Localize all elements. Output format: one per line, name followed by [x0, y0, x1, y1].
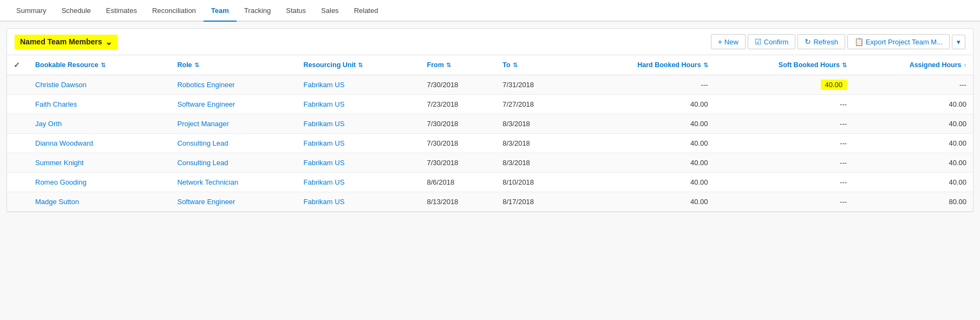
- resourcing-unit-link[interactable]: Fabrikam US: [304, 120, 345, 128]
- cell-to: 8/3/2018: [496, 114, 572, 134]
- col-from[interactable]: From ⇅: [421, 55, 496, 75]
- cell-assigned-hours: 80.00: [853, 192, 973, 212]
- main-panel: Named Team Members + New ☑ Confirm ↻ Ref…: [6, 28, 974, 212]
- resource-link[interactable]: Madge Sutton: [35, 198, 79, 206]
- nav-sales[interactable]: Sales: [313, 0, 347, 22]
- cell-soft-booked: ---: [715, 95, 853, 114]
- new-button[interactable]: + New: [711, 34, 746, 49]
- role-link[interactable]: Project Manager: [177, 120, 228, 128]
- nav-summary[interactable]: Summary: [9, 0, 54, 22]
- cell-resource[interactable]: Madge Sutton: [29, 192, 171, 212]
- resourcing-unit-link[interactable]: Fabrikam US: [304, 100, 345, 108]
- cell-resource[interactable]: Christie Dawson: [29, 75, 171, 95]
- nav-status[interactable]: Status: [278, 0, 313, 22]
- table-row: Dianna WoodwardConsulting LeadFabrikam U…: [7, 134, 973, 153]
- nav-tracking[interactable]: Tracking: [237, 0, 278, 22]
- col-assigned[interactable]: Assigned Hours ↑: [853, 55, 973, 75]
- cell-hard-booked: 40.00: [572, 192, 715, 212]
- nav-reconciliation[interactable]: Reconciliation: [145, 0, 204, 22]
- role-link[interactable]: Consulting Lead: [177, 139, 228, 147]
- role-link[interactable]: Robotics Engineer: [177, 81, 234, 89]
- cell-from: 8/6/2018: [421, 173, 496, 192]
- cell-hard-booked: 40.00: [572, 114, 715, 134]
- cell-hard-booked: 40.00: [572, 173, 715, 192]
- role-link[interactable]: Software Engineer: [177, 100, 235, 108]
- cell-role[interactable]: Project Manager: [171, 114, 297, 134]
- confirm-icon: ☑: [755, 37, 762, 46]
- resourcing-unit-link[interactable]: Fabrikam US: [304, 178, 345, 186]
- col-soft-booked[interactable]: Soft Booked Hours ⇅: [715, 55, 853, 75]
- cell-soft-booked: ---: [715, 114, 853, 134]
- role-link[interactable]: Consulting Lead: [177, 159, 228, 167]
- nav-related[interactable]: Related: [347, 0, 386, 22]
- resource-link[interactable]: Jay Orth: [35, 120, 62, 128]
- table-header-row: ✓ Bookable Resource ⇅ Role ⇅ Re: [7, 55, 973, 75]
- resource-link[interactable]: Christie Dawson: [35, 81, 87, 89]
- cell-resourcing-unit: Fabrikam US: [297, 95, 421, 114]
- select-all-checkbox[interactable]: ✓: [14, 61, 20, 69]
- col-bookable-resource[interactable]: Bookable Resource ⇅: [29, 55, 171, 75]
- refresh-icon: ↻: [805, 37, 811, 46]
- refresh-button[interactable]: ↻ Refresh: [798, 34, 845, 49]
- col-to[interactable]: To ⇅: [496, 55, 572, 75]
- cell-resource[interactable]: Romeo Gooding: [29, 173, 171, 192]
- sort-icon-resourcing: ⇅: [358, 62, 363, 69]
- chevron-down-icon[interactable]: [105, 37, 112, 47]
- export-icon: 📋: [854, 37, 864, 46]
- section-label[interactable]: Named Team Members: [15, 35, 117, 49]
- cell-role[interactable]: Network Technician: [171, 173, 297, 192]
- cell-hard-booked: 40.00: [572, 153, 715, 173]
- cell-resourcing-unit: Fabrikam US: [297, 192, 421, 212]
- table-row: Christie DawsonRobotics EngineerFabrikam…: [7, 75, 973, 95]
- confirm-button[interactable]: ☑ Confirm: [748, 34, 796, 49]
- resource-link[interactable]: Summer Knight: [35, 159, 84, 167]
- col-role[interactable]: Role ⇅: [171, 55, 297, 75]
- cell-resource[interactable]: Faith Charles: [29, 95, 171, 114]
- cell-role[interactable]: Consulting Lead: [171, 153, 297, 173]
- export-button[interactable]: 📋 Export Project Team M...: [847, 34, 950, 49]
- cell-role[interactable]: Software Engineer: [171, 192, 297, 212]
- cell-role[interactable]: Software Engineer: [171, 95, 297, 114]
- resourcing-unit-link[interactable]: Fabrikam US: [304, 81, 345, 89]
- soft-booked-highlight: 40.00: [821, 80, 847, 90]
- cell-to: 7/27/2018: [496, 95, 572, 114]
- cell-from: 7/30/2018: [421, 75, 496, 95]
- sort-icon-to: ⇅: [513, 62, 518, 69]
- toolbar: Named Team Members + New ☑ Confirm ↻ Ref…: [7, 29, 973, 55]
- nav-schedule[interactable]: Schedule: [54, 0, 99, 22]
- cell-resource[interactable]: Summer Knight: [29, 153, 171, 173]
- cell-assigned-hours: 40.00: [853, 95, 973, 114]
- resourcing-unit-link[interactable]: Fabrikam US: [304, 159, 345, 167]
- cell-to: 8/10/2018: [496, 173, 572, 192]
- sort-icon-role: ⇅: [194, 62, 199, 69]
- role-link[interactable]: Software Engineer: [177, 198, 235, 206]
- sort-icon-hard-booked: ⇅: [703, 62, 708, 69]
- nav-estimates[interactable]: Estimates: [99, 0, 145, 22]
- table-row: Faith CharlesSoftware EngineerFabrikam U…: [7, 95, 973, 114]
- cell-resource[interactable]: Jay Orth: [29, 114, 171, 134]
- col-resourcing-unit[interactable]: Resourcing Unit ⇅: [297, 55, 421, 75]
- resourcing-unit-link[interactable]: Fabrikam US: [304, 198, 345, 206]
- role-link[interactable]: Network Technician: [177, 178, 238, 186]
- toolbar-right: + New ☑ Confirm ↻ Refresh 📋 Export Proje…: [711, 34, 965, 49]
- cell-role[interactable]: Consulting Lead: [171, 134, 297, 153]
- cell-role[interactable]: Robotics Engineer: [171, 75, 297, 95]
- cell-hard-booked: ---: [572, 75, 715, 95]
- resource-link[interactable]: Dianna Woodward: [35, 139, 93, 147]
- section-label-text: Named Team Members: [20, 37, 102, 46]
- cell-resourcing-unit: Fabrikam US: [297, 75, 421, 95]
- select-all-column[interactable]: ✓: [7, 55, 29, 75]
- chevron-down-icon: ▾: [957, 38, 961, 46]
- cell-soft-booked: ---: [715, 173, 853, 192]
- col-hard-booked[interactable]: Hard Booked Hours ⇅: [572, 55, 715, 75]
- cell-soft-booked: ---: [715, 134, 853, 153]
- more-options-dropdown[interactable]: ▾: [952, 35, 965, 49]
- sort-icon-soft-booked: ⇅: [842, 62, 847, 69]
- resourcing-unit-link[interactable]: Fabrikam US: [304, 139, 345, 147]
- cell-resource[interactable]: Dianna Woodward: [29, 134, 171, 153]
- resource-link[interactable]: Romeo Gooding: [35, 178, 87, 186]
- cell-assigned-hours: 40.00: [853, 114, 973, 134]
- nav-team[interactable]: Team: [204, 0, 237, 22]
- resource-link[interactable]: Faith Charles: [35, 100, 77, 108]
- cell-from: 7/23/2018: [421, 95, 496, 114]
